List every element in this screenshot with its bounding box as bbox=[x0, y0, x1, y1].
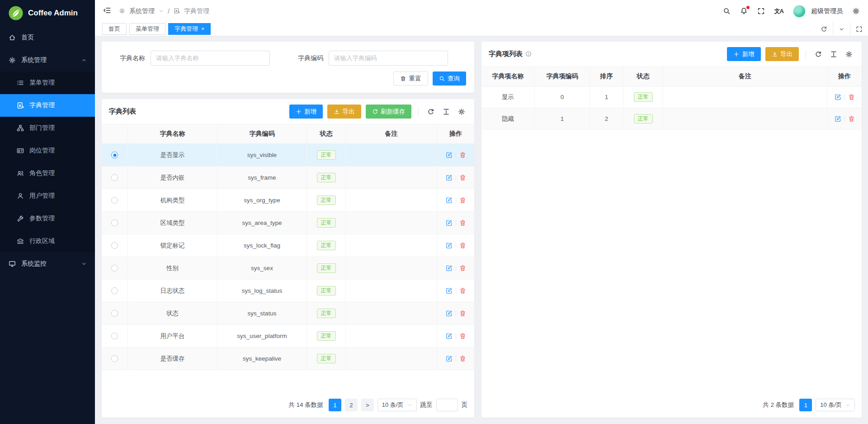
delete-icon[interactable] bbox=[848, 115, 855, 122]
avatar[interactable] bbox=[793, 5, 806, 18]
refresh-cache-button[interactable]: 刷新缓存 bbox=[366, 105, 412, 119]
dict-code-input[interactable] bbox=[329, 51, 448, 66]
sidebar-item-user-mgmt[interactable]: 用户管理 bbox=[0, 185, 95, 207]
remark-cell bbox=[346, 325, 437, 347]
sidebar-item-home[interactable]: 首页 bbox=[0, 26, 95, 49]
row-density-icon[interactable] bbox=[441, 108, 452, 115]
delete-icon[interactable] bbox=[459, 197, 466, 204]
collapse-menu-icon[interactable] bbox=[103, 6, 111, 16]
sidebar-item-monitor[interactable]: 系统监控 bbox=[0, 252, 95, 275]
dict-item-header: 字典项列表 新增 导出 bbox=[481, 42, 862, 67]
sidebar-item-menu-mgmt[interactable]: 菜单管理 bbox=[0, 71, 95, 94]
sidebar-item-admin-region[interactable]: 行政区域 bbox=[0, 230, 95, 252]
delete-icon[interactable] bbox=[459, 242, 466, 249]
refresh-icon[interactable] bbox=[425, 108, 436, 115]
edit-icon[interactable] bbox=[446, 174, 453, 181]
add-button[interactable]: 新增 bbox=[289, 105, 323, 119]
table-row[interactable]: 机构类型 sys_org_type 正常 bbox=[102, 189, 474, 212]
table-row[interactable]: 是否内嵌 sys_frame 正常 bbox=[102, 167, 474, 189]
delete-icon[interactable] bbox=[459, 310, 466, 317]
tab-menu-mgmt[interactable]: 菜单管理 bbox=[129, 23, 165, 35]
dict-name-input[interactable] bbox=[151, 51, 270, 66]
edit-icon[interactable] bbox=[446, 355, 453, 362]
table-row[interactable]: 状态 sys_status 正常 bbox=[102, 302, 474, 325]
chevron-down-icon[interactable] bbox=[833, 22, 850, 36]
close-icon[interactable]: × bbox=[201, 26, 204, 32]
table-row[interactable]: 性别 sys_sex 正常 bbox=[102, 257, 474, 280]
notification-bell-icon[interactable] bbox=[740, 7, 748, 15]
edit-icon[interactable] bbox=[446, 152, 453, 158]
page-button-2[interactable]: 2 bbox=[345, 399, 358, 411]
page-size-select[interactable]: 10 条/页 bbox=[377, 399, 417, 411]
sidebar-item-role-mgmt[interactable]: 角色管理 bbox=[0, 162, 95, 185]
fullscreen-icon[interactable] bbox=[757, 7, 765, 15]
page-size-select[interactable]: 10 条/页 bbox=[816, 399, 855, 411]
edit-icon[interactable] bbox=[446, 287, 453, 294]
row-density-icon[interactable] bbox=[828, 51, 839, 58]
edit-icon[interactable] bbox=[835, 115, 841, 122]
table-row[interactable]: 隐藏 1 2 正常 bbox=[481, 108, 862, 130]
user-name[interactable]: 超级管理员 bbox=[811, 7, 843, 15]
sidebar-item-param-mgmt[interactable]: 参数管理 bbox=[0, 207, 95, 230]
edit-icon[interactable] bbox=[446, 333, 453, 339]
add-button[interactable]: 新增 bbox=[727, 47, 761, 61]
table-row[interactable]: 显示 0 1 正常 bbox=[481, 86, 862, 108]
export-button[interactable]: 导出 bbox=[765, 47, 799, 61]
page-button-1[interactable]: 1 bbox=[329, 399, 341, 411]
sidebar-item-system[interactable]: 系统管理 bbox=[0, 49, 95, 71]
sidebar-item-post-mgmt[interactable]: 岗位管理 bbox=[0, 139, 95, 162]
sidebar-item-dept-mgmt[interactable]: 部门管理 bbox=[0, 117, 95, 139]
edit-icon[interactable] bbox=[446, 310, 453, 317]
table-row[interactable]: 日志状态 sys_log_status 正常 bbox=[102, 280, 474, 302]
delete-icon[interactable] bbox=[459, 219, 466, 226]
refresh-icon[interactable] bbox=[815, 22, 833, 36]
maximize-icon[interactable] bbox=[850, 22, 868, 36]
table-row[interactable]: 是否缓存 sys_keepalive 正常 bbox=[102, 348, 474, 370]
table-row[interactable]: 用户平台 sys_user_platform 正常 bbox=[102, 325, 474, 348]
sidebar-item-dict-mgmt[interactable]: 字典管理 bbox=[0, 94, 95, 117]
tab-home[interactable]: 首页 bbox=[102, 23, 127, 35]
radio-button[interactable] bbox=[111, 355, 118, 362]
export-button[interactable]: 导出 bbox=[327, 105, 361, 119]
delete-icon[interactable] bbox=[459, 265, 466, 272]
radio-button[interactable] bbox=[111, 197, 118, 204]
delete-icon[interactable] bbox=[459, 355, 466, 362]
settings-gear-icon[interactable] bbox=[852, 7, 860, 15]
table-settings-gear-icon[interactable] bbox=[456, 108, 467, 115]
delete-icon[interactable] bbox=[459, 152, 466, 158]
radio-button[interactable] bbox=[111, 333, 118, 339]
table-settings-gear-icon[interactable] bbox=[844, 51, 854, 58]
edit-icon[interactable] bbox=[446, 242, 453, 249]
delete-icon[interactable] bbox=[459, 174, 466, 181]
info-icon[interactable] bbox=[525, 51, 532, 58]
radio-button[interactable] bbox=[111, 287, 118, 294]
edit-icon[interactable] bbox=[446, 265, 453, 272]
query-button[interactable]: 查询 bbox=[433, 71, 467, 86]
remark-cell bbox=[346, 280, 437, 302]
radio-button[interactable] bbox=[111, 242, 118, 249]
jump-page-input[interactable] bbox=[436, 399, 458, 411]
radio-button[interactable] bbox=[111, 310, 118, 317]
next-page-button[interactable]: > bbox=[361, 399, 374, 411]
delete-icon[interactable] bbox=[848, 94, 855, 100]
table-row[interactable]: 是否显示 sys_visible 正常 bbox=[102, 144, 474, 167]
breadcrumb-parent[interactable]: 系统管理 bbox=[129, 7, 155, 15]
radio-button[interactable] bbox=[111, 219, 118, 226]
translate-icon[interactable]: 文A bbox=[774, 7, 783, 15]
edit-icon[interactable] bbox=[446, 197, 453, 204]
edit-icon[interactable] bbox=[835, 94, 841, 100]
app-logo[interactable]: Coffee Admin bbox=[0, 0, 95, 26]
refresh-icon[interactable] bbox=[813, 51, 824, 58]
edit-icon[interactable] bbox=[446, 219, 453, 226]
search-icon[interactable] bbox=[723, 7, 731, 15]
reset-button[interactable]: 重置 bbox=[393, 71, 428, 86]
radio-button[interactable] bbox=[111, 265, 118, 272]
table-row[interactable]: 区域类型 sys_area_type 正常 bbox=[102, 212, 474, 234]
radio-button[interactable] bbox=[111, 174, 118, 181]
tab-dict-mgmt[interactable]: 字典管理 × bbox=[168, 23, 211, 35]
table-row[interactable]: 锁定标记 sys_lock_flag 正常 bbox=[102, 234, 474, 257]
radio-button[interactable] bbox=[111, 152, 118, 158]
delete-icon[interactable] bbox=[459, 333, 466, 339]
page-button-1[interactable]: 1 bbox=[799, 399, 812, 411]
delete-icon[interactable] bbox=[459, 287, 466, 294]
